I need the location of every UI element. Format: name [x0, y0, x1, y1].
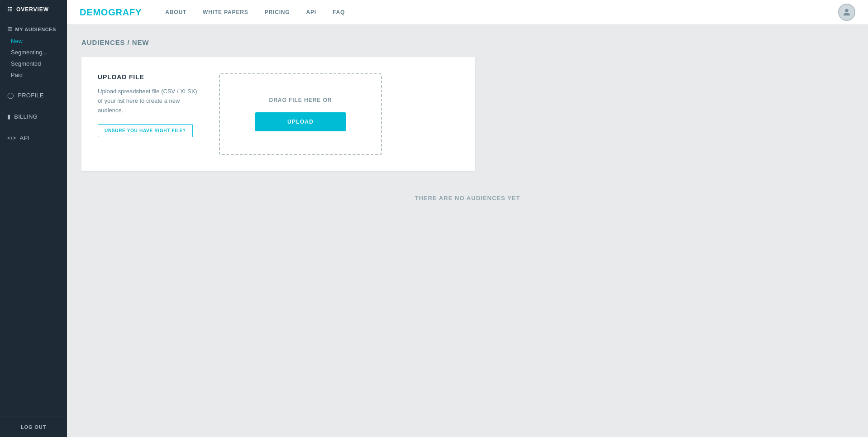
- sidebar-section-api: </> API: [0, 125, 67, 146]
- svg-point-0: [845, 9, 848, 12]
- sidebar-sub-items: New Segmenting... Segmented Paid: [0, 35, 67, 81]
- breadcrumb-current: NEW: [132, 38, 149, 46]
- breadcrumb: AUDIENCES / NEW: [81, 38, 854, 46]
- sidebar-sub-item-segmenting[interactable]: Segmenting...: [7, 47, 67, 58]
- menu-icon: ☰: [7, 26, 13, 33]
- sidebar-sub-item-paid[interactable]: Paid: [7, 69, 67, 81]
- sidebar-section-audiences: ☰ MY AUDIENCES New Segmenting... Segment…: [0, 17, 67, 82]
- sidebar-section-billing: ▮ BILLING: [0, 104, 67, 125]
- sidebar-sub-item-segmented[interactable]: Segmented: [7, 58, 67, 69]
- logo-suffix: GRAFY: [108, 7, 142, 17]
- dropzone[interactable]: DRAG FILE HERE OR UPLOAD: [219, 73, 382, 155]
- user-icon: [842, 7, 852, 17]
- top-nav: DEMOGRAFY ABOUT WHITE PAPERS PRICING API…: [67, 0, 868, 25]
- empty-state-message: THERE ARE NO AUDIENCES YET: [81, 186, 854, 211]
- upload-description: Upload spreadsheet file (CSV / XLSX) of …: [98, 87, 197, 115]
- sidebar-item-overview[interactable]: ☷ OVERVIEW: [0, 0, 67, 17]
- nav-link-about[interactable]: ABOUT: [165, 9, 186, 15]
- logo: DEMOGRAFY: [80, 7, 142, 18]
- sidebar-logout-button[interactable]: LOG OUT: [0, 417, 67, 437]
- sidebar-section-profile: ◯ PROFILE: [0, 82, 67, 104]
- breadcrumb-separator: /: [125, 38, 132, 46]
- code-icon: </>: [7, 134, 16, 141]
- upload-button[interactable]: UPLOAD: [255, 112, 346, 131]
- sidebar-overview-label: OVERVIEW: [16, 6, 49, 13]
- billing-icon: ▮: [7, 113, 10, 120]
- dropzone-text: DRAG FILE HERE OR: [269, 97, 332, 103]
- upload-title: UPLOAD FILE: [98, 73, 197, 81]
- bar-chart-icon: ☷: [7, 6, 13, 13]
- nav-link-faq[interactable]: FAQ: [333, 9, 345, 15]
- sidebar-audiences-title[interactable]: ☰ MY AUDIENCES: [0, 24, 67, 35]
- nav-link-pricing[interactable]: PRICING: [265, 9, 290, 15]
- sidebar: ☷ OVERVIEW ☰ MY AUDIENCES New Segmenting…: [0, 0, 67, 437]
- breadcrumb-root: AUDIENCES: [81, 38, 125, 46]
- logo-prefix: DEMO: [80, 7, 108, 17]
- sidebar-item-billing[interactable]: ▮ BILLING: [0, 110, 67, 123]
- upload-left-panel: UPLOAD FILE Upload spreadsheet file (CSV…: [98, 73, 197, 137]
- sidebar-spacer: [0, 146, 67, 417]
- person-icon: ◯: [7, 92, 14, 99]
- sidebar-sub-item-new[interactable]: New: [7, 35, 67, 47]
- nav-link-whitepapers[interactable]: WHITE PAPERS: [203, 9, 248, 15]
- unsure-button[interactable]: UNSURE YOU HAVE RIGHT FILE?: [98, 124, 193, 137]
- user-avatar[interactable]: [838, 4, 855, 21]
- upload-card: UPLOAD FILE Upload spreadsheet file (CSV…: [81, 57, 475, 171]
- nav-link-api[interactable]: API: [306, 9, 317, 15]
- logo-text: DEMOGRAFY: [80, 7, 142, 18]
- main-area: DEMOGRAFY ABOUT WHITE PAPERS PRICING API…: [67, 0, 868, 437]
- main-content: AUDIENCES / NEW UPLOAD FILE Upload sprea…: [67, 25, 868, 437]
- sidebar-item-api[interactable]: </> API: [0, 131, 67, 144]
- sidebar-item-profile[interactable]: ◯ PROFILE: [0, 89, 67, 102]
